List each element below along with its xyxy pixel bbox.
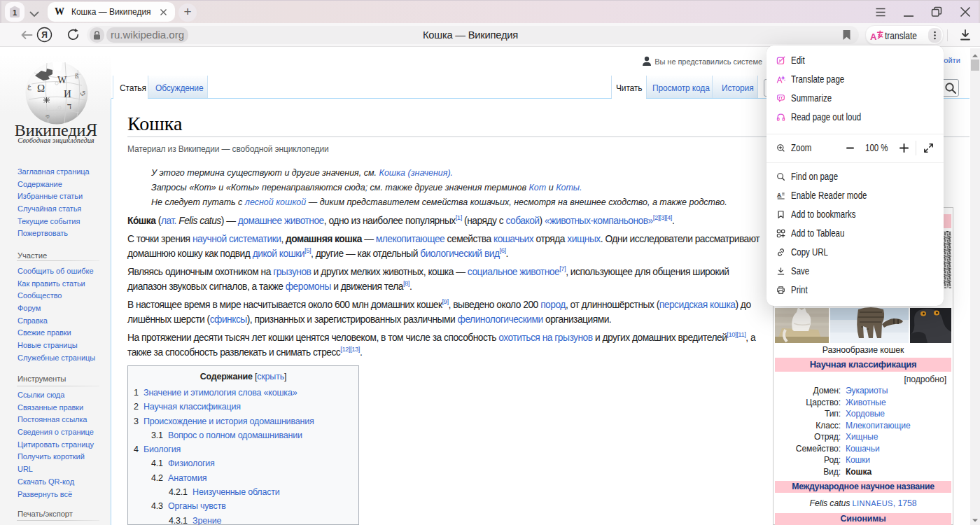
- svg-text:1: 1: [13, 8, 17, 17]
- svg-text:A: A: [870, 31, 877, 42]
- svg-text:ß: ß: [75, 72, 78, 80]
- svg-text:ক: ক: [45, 113, 50, 120]
- svg-text:Ω: Ω: [37, 83, 45, 94]
- svg-text:W: W: [57, 75, 67, 85]
- svg-text:Я: Я: [41, 30, 48, 40]
- svg-text:ع: ع: [27, 82, 31, 90]
- svg-text:ד: ד: [67, 101, 71, 111]
- svg-text:И: И: [64, 88, 71, 99]
- svg-text:A: A: [777, 192, 782, 199]
- svg-text:ي: ي: [80, 87, 86, 96]
